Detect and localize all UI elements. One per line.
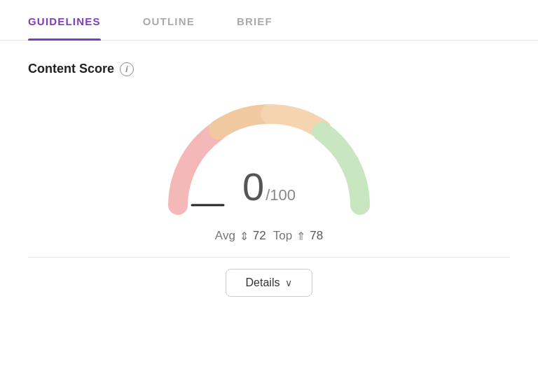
- main-content: Content Score i: [0, 41, 538, 392]
- chevron-down-icon: ∨: [285, 277, 292, 288]
- tab-brief[interactable]: BRIEF: [237, 0, 273, 40]
- avg-value: 72: [253, 229, 266, 243]
- avg-icon: ⇕: [240, 230, 249, 243]
- top-stat: Top ⇑ 78: [273, 229, 323, 243]
- details-button[interactable]: Details ∨: [226, 269, 313, 297]
- details-button-label: Details: [246, 276, 280, 289]
- divider: [28, 257, 510, 258]
- gauge-score-display: 0 /100: [242, 167, 296, 206]
- gauge-score-total: /100: [265, 186, 296, 204]
- top-value: 78: [310, 229, 323, 243]
- info-icon[interactable]: i: [120, 62, 134, 76]
- avg-label: Avg: [215, 229, 235, 243]
- details-row: Details ∨: [226, 269, 313, 297]
- avg-stat: Avg ⇕ 72: [215, 229, 266, 243]
- gauge-container: 0 /100 Avg ⇕ 72 Top ⇑ 78: [28, 93, 510, 378]
- tab-outline[interactable]: OUTLINE: [143, 0, 195, 40]
- tab-bar: GUIDELINES OUTLINE BRIEF: [0, 0, 538, 41]
- gauge-wrapper: 0 /100: [157, 93, 381, 219]
- stats-row: Avg ⇕ 72 Top ⇑ 78: [215, 229, 323, 243]
- content-score-header: Content Score i: [28, 62, 510, 76]
- content-score-title: Content Score: [28, 62, 114, 76]
- top-icon: ⇑: [296, 230, 305, 243]
- main-container: GUIDELINES OUTLINE BRIEF Content Score i: [0, 0, 538, 392]
- tab-guidelines[interactable]: GUIDELINES: [28, 0, 101, 40]
- top-label: Top: [273, 229, 292, 243]
- gauge-score-value: 0: [242, 167, 264, 206]
